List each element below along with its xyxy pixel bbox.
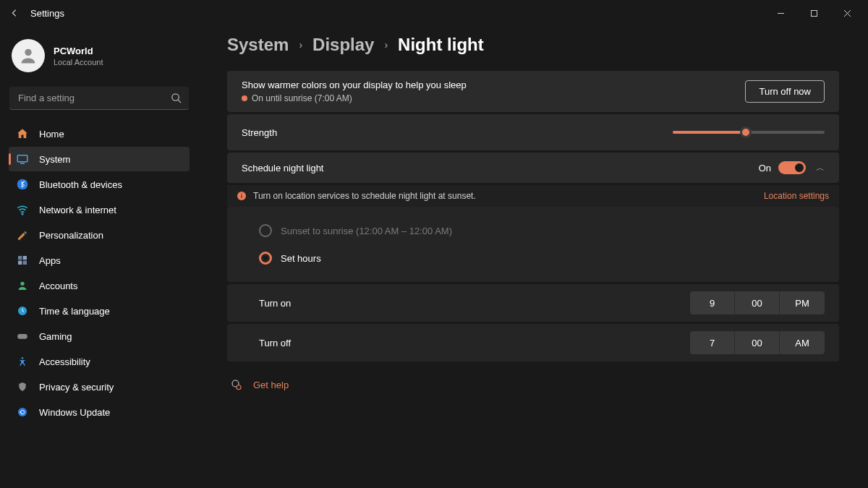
chevron-up-icon[interactable]: ︿ — [816, 162, 825, 174]
radio-sethours-label: Set hours — [281, 253, 321, 264]
chevron-right-icon: › — [299, 39, 302, 51]
status-dot-icon — [242, 95, 247, 101]
strength-label: Strength — [242, 127, 673, 138]
svg-rect-17 — [17, 334, 27, 339]
help-row: Get help — [227, 364, 839, 406]
sidebar-item-personalization[interactable]: Personalization — [9, 223, 190, 247]
info-icon: i — [237, 192, 246, 200]
svg-point-15 — [20, 282, 24, 286]
accessibility-icon — [16, 355, 29, 368]
schedule-state: On — [759, 163, 771, 174]
turn-off-minute[interactable]: 00 — [735, 331, 780, 354]
turn-on-ampm[interactable]: PM — [780, 291, 825, 314]
search-input[interactable] — [9, 87, 189, 110]
svg-rect-7 — [17, 155, 27, 162]
turn-off-now-button[interactable]: Turn off now — [745, 80, 825, 103]
turn-off-hour[interactable]: 7 — [690, 331, 735, 354]
sidebar-item-network[interactable]: Network & internet — [9, 197, 190, 222]
sidebar-item-label: Home — [39, 129, 64, 140]
strength-slider[interactable] — [673, 126, 825, 139]
turn-on-hour[interactable]: 9 — [690, 291, 735, 314]
radio-sunset[interactable]: Sunset to sunrise (12:00 AM – 12:00 AM) — [259, 217, 825, 244]
home-icon — [16, 127, 29, 140]
apps-icon — [16, 254, 29, 267]
svg-point-4 — [25, 49, 31, 56]
main-content: System › Display › Night light Show warm… — [198, 26, 868, 488]
chevron-right-icon: › — [384, 39, 388, 51]
location-info-bar: i Turn on location services to schedule … — [227, 185, 839, 207]
window-title: Settings — [30, 8, 64, 19]
svg-point-19 — [18, 408, 27, 416]
sidebar-item-label: Personalization — [39, 230, 103, 241]
location-settings-link[interactable]: Location settings — [764, 191, 829, 201]
schedule-label: Schedule night light — [242, 163, 759, 174]
svg-point-22 — [237, 385, 241, 390]
sidebar-item-label: Gaming — [39, 331, 72, 342]
sidebar-item-accounts[interactable]: Accounts — [9, 273, 190, 298]
system-icon — [16, 153, 29, 166]
breadcrumb: System › Display › Night light — [227, 35, 839, 55]
back-button[interactable] — [4, 3, 25, 23]
sidebar-item-apps[interactable]: Apps — [9, 248, 190, 273]
accounts-icon — [16, 279, 29, 292]
account-name: PCWorld — [54, 46, 103, 56]
sidebar-item-label: Privacy & security — [39, 382, 114, 393]
turn-on-time-picker[interactable]: 9 00 PM — [690, 291, 825, 314]
sidebar-item-update[interactable]: Windows Update — [9, 400, 190, 424]
strength-card: Strength — [227, 114, 839, 150]
radio-set-hours[interactable]: Set hours — [259, 244, 825, 272]
wifi-icon — [16, 203, 29, 216]
schedule-options: Sunset to sunrise (12:00 AM – 12:00 AM) … — [227, 207, 839, 282]
sidebar-item-bluetooth[interactable]: Bluetooth & devices — [9, 172, 190, 197]
sidebar-item-label: Network & internet — [39, 205, 116, 215]
titlebar: Settings — [0, 0, 868, 26]
sidebar-item-time[interactable]: Time & language — [9, 299, 190, 323]
radio-sunset-label: Sunset to sunrise (12:00 AM – 12:00 AM) — [281, 226, 452, 236]
bluetooth-icon — [16, 178, 29, 191]
turn-off-ampm[interactable]: AM — [780, 331, 825, 354]
personalization-icon — [16, 228, 29, 241]
minimize-button[interactable] — [764, 1, 797, 25]
sidebar-item-label: Apps — [39, 255, 61, 266]
turn-off-time-picker[interactable]: 7 00 AM — [690, 331, 825, 354]
turn-off-label: Turn off — [259, 338, 690, 348]
sidebar-item-system[interactable]: System — [9, 147, 190, 171]
svg-rect-12 — [23, 256, 27, 260]
account-block[interactable]: PCWorld Local Account — [9, 32, 190, 84]
svg-point-5 — [172, 94, 179, 100]
hero-status: On until sunrise (7:00 AM) — [252, 93, 352, 103]
sidebar-item-label: Accounts — [39, 281, 77, 291]
info-text: Turn on location services to schedule ni… — [253, 191, 764, 201]
maximize-button[interactable] — [797, 1, 830, 25]
account-sub: Local Account — [54, 58, 103, 67]
get-help-link[interactable]: Get help — [253, 380, 289, 390]
sidebar-item-home[interactable]: Home — [9, 121, 190, 146]
turn-on-minute[interactable]: 00 — [735, 291, 780, 314]
clock-icon — [16, 304, 29, 317]
nav: Home System Bluetooth & devices Network … — [9, 121, 190, 424]
sidebar-item-label: Accessibility — [39, 356, 90, 367]
turn-off-row: Turn off 7 00 AM — [227, 324, 839, 361]
breadcrumb-display[interactable]: Display — [312, 35, 374, 55]
close-button[interactable] — [830, 1, 864, 25]
radio-icon — [259, 224, 272, 237]
svg-rect-14 — [23, 261, 27, 265]
svg-point-18 — [22, 357, 24, 359]
schedule-toggle[interactable] — [778, 161, 806, 174]
sidebar: PCWorld Local Account Home System Blueto… — [0, 26, 198, 488]
breadcrumb-system[interactable]: System — [227, 35, 289, 55]
shield-icon — [16, 380, 29, 393]
hero-desc: Show warmer colors on your display to he… — [242, 80, 745, 90]
sidebar-item-label: Bluetooth & devices — [39, 179, 122, 190]
sidebar-item-accessibility[interactable]: Accessibility — [9, 349, 190, 374]
sidebar-item-label: Time & language — [39, 306, 110, 317]
schedule-card: Schedule night light On ︿ — [227, 153, 839, 183]
search-icon — [171, 93, 182, 106]
svg-rect-1 — [811, 10, 817, 16]
sidebar-item-privacy[interactable]: Privacy & security — [9, 374, 190, 399]
help-icon — [230, 378, 243, 391]
sidebar-item-gaming[interactable]: Gaming — [9, 324, 190, 348]
hero-card: Show warmer colors on your display to he… — [227, 71, 839, 112]
svg-line-6 — [178, 100, 181, 103]
radio-selected-icon — [259, 252, 272, 265]
